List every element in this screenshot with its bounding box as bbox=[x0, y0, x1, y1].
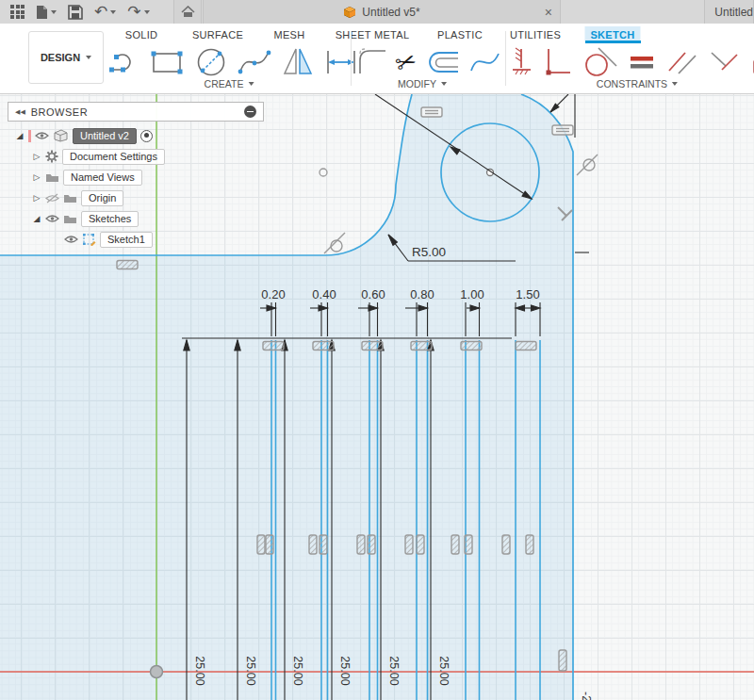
tab-utilities[interactable]: UTILITIES bbox=[504, 26, 566, 43]
browser-header[interactable]: ◀◀ BROWSER bbox=[8, 102, 264, 122]
chevron-down-icon bbox=[86, 56, 91, 59]
second-document-tab[interactable]: Untitled bbox=[704, 0, 754, 24]
height-dim-label[interactable]: 25.00 bbox=[338, 656, 352, 685]
browser-row-named-views[interactable]: ▷ Named Views bbox=[32, 169, 142, 186]
visibility-eye-icon[interactable] bbox=[45, 214, 59, 223]
constraint-lock-tool[interactable] bbox=[749, 43, 754, 81]
browser-row-sketch1[interactable]: Sketch1 bbox=[64, 231, 153, 248]
browser-row-document[interactable]: ◢ Untitled v2 bbox=[15, 127, 153, 144]
constraint-perpendicular-tool[interactable] bbox=[542, 43, 574, 81]
constraint-fix-tool[interactable] bbox=[510, 43, 534, 81]
height-dim-label[interactable]: 25.00 bbox=[437, 656, 451, 685]
expand-open-icon[interactable]: ◢ bbox=[32, 214, 41, 223]
constraint-angle-tool[interactable] bbox=[708, 43, 742, 81]
collinear-constraint-icon bbox=[411, 342, 432, 350]
workspace-selector[interactable]: DESIGN bbox=[28, 31, 104, 84]
document-settings-label[interactable]: Document Settings bbox=[62, 149, 165, 165]
constraint-equal-tool[interactable] bbox=[627, 43, 657, 81]
redo-icon: ↷ bbox=[127, 4, 140, 20]
browser-minimize-icon[interactable] bbox=[244, 106, 256, 118]
home-tab[interactable] bbox=[173, 0, 202, 24]
equal-constraint-icon bbox=[421, 107, 442, 117]
height-dim-label[interactable]: 25.00 bbox=[193, 656, 206, 685]
chevron-down-icon bbox=[144, 10, 150, 14]
tab-solid[interactable]: SOLID bbox=[120, 26, 164, 43]
collinear-constraint-icon bbox=[313, 342, 334, 350]
width-dim-label[interactable]: 1.50 bbox=[516, 287, 539, 301]
origin-label[interactable]: Origin bbox=[81, 190, 123, 206]
modify-offset-tool[interactable] bbox=[422, 43, 462, 81]
collinear-constraint-icon bbox=[263, 342, 284, 350]
expand-closed-icon[interactable]: ▷ bbox=[32, 152, 41, 161]
expand-closed-icon[interactable]: ▷ bbox=[32, 193, 41, 203]
visibility-eye-icon[interactable] bbox=[64, 235, 78, 244]
height-dim-label[interactable]: 25.00 bbox=[291, 656, 304, 685]
create-mirror-tool[interactable] bbox=[281, 43, 317, 81]
save-button[interactable] bbox=[65, 2, 86, 23]
document-label[interactable]: Untitled v2 bbox=[73, 128, 137, 144]
sketches-folder-label[interactable]: Sketches bbox=[81, 211, 139, 227]
app-grid-button[interactable] bbox=[8, 2, 27, 23]
browser-collapse-icon[interactable]: ◀◀ bbox=[15, 108, 25, 116]
browser-row-sketches[interactable]: ◢ Sketches bbox=[32, 210, 139, 227]
width-dim-label[interactable]: 1.00 bbox=[460, 287, 484, 301]
create-group-label[interactable]: CREATE bbox=[205, 78, 254, 90]
height-dim-label[interactable]: 25.00 bbox=[387, 656, 401, 685]
modify-curve-tool[interactable] bbox=[467, 43, 503, 81]
file-menu-button[interactable] bbox=[33, 2, 59, 23]
constraint-tangent-tool[interactable] bbox=[582, 43, 619, 81]
create-circle-tool[interactable] bbox=[192, 43, 230, 81]
create-dimension-tool[interactable] bbox=[323, 43, 359, 81]
undo-icon: ↶ bbox=[94, 4, 107, 20]
constraints-group bbox=[510, 43, 754, 81]
create-rectangle-tool[interactable] bbox=[150, 43, 186, 81]
width-dim-label[interactable]: 0.80 bbox=[410, 287, 434, 301]
home-icon bbox=[181, 6, 195, 18]
create-group bbox=[107, 43, 359, 81]
named-views-label[interactable]: Named Views bbox=[63, 170, 142, 186]
browser-row-origin[interactable]: ▷ Origin bbox=[32, 189, 123, 206]
create-spline-tool[interactable] bbox=[237, 43, 274, 81]
document-cube-icon bbox=[709, 6, 710, 19]
width-dim-label[interactable]: 0.60 bbox=[361, 287, 385, 301]
constraints-group-label[interactable]: CONSTRAINTS bbox=[597, 78, 678, 90]
create-line-tool[interactable] bbox=[107, 43, 143, 81]
partial-dim-label[interactable]: -25 bbox=[580, 692, 593, 700]
visibility-off-eye-icon[interactable] bbox=[45, 193, 59, 203]
active-document-tab[interactable]: Untitled v5* × bbox=[203, 0, 561, 24]
modify-group-label[interactable]: MODIFY bbox=[398, 78, 447, 90]
origin-point[interactable] bbox=[151, 666, 163, 678]
gear-icon bbox=[45, 150, 58, 163]
width-dim-label[interactable]: 0.20 bbox=[261, 287, 285, 301]
expand-closed-icon[interactable]: ▷ bbox=[32, 172, 41, 182]
corner-leader bbox=[550, 94, 568, 112]
sketch1-label[interactable]: Sketch1 bbox=[100, 232, 153, 248]
visibility-eye-icon[interactable] bbox=[35, 131, 49, 140]
folder-icon bbox=[63, 192, 77, 203]
chevron-down-icon bbox=[51, 10, 57, 14]
tangent-constraint-icon bbox=[324, 233, 345, 253]
undo-button[interactable]: ↶ bbox=[91, 2, 119, 23]
constraint-parallel-tool[interactable] bbox=[664, 43, 700, 81]
close-tab-icon[interactable]: × bbox=[545, 6, 552, 19]
width-dim-label[interactable]: 0.40 bbox=[312, 287, 336, 301]
active-document-radio[interactable] bbox=[140, 130, 153, 142]
chevron-down-icon bbox=[110, 10, 116, 14]
document-cube-icon bbox=[53, 129, 69, 142]
application-bar: ↶ ↷ Untitled v5* × Untitled bbox=[0, 0, 754, 24]
vertical-constraint-icon bbox=[559, 650, 566, 671]
modify-trim-tool[interactable]: ✂ bbox=[396, 43, 417, 81]
tab-sheet-metal[interactable]: SHEET METAL bbox=[330, 26, 416, 43]
modify-fillet-tool[interactable] bbox=[356, 43, 390, 81]
height-dim-label[interactable]: 25.00 bbox=[244, 656, 257, 685]
tab-surface[interactable]: SURFACE bbox=[187, 26, 249, 43]
browser-row-document-settings[interactable]: ▷ Document Settings bbox=[32, 148, 165, 165]
folder-icon bbox=[45, 171, 59, 183]
radius-dim-label[interactable]: R5.00 bbox=[412, 245, 446, 259]
save-icon bbox=[68, 5, 83, 20]
tab-plastic[interactable]: PLASTIC bbox=[432, 26, 488, 43]
redo-button[interactable]: ↷ bbox=[124, 2, 152, 23]
tab-mesh[interactable]: MESH bbox=[269, 26, 311, 43]
expand-open-icon[interactable]: ◢ bbox=[15, 131, 25, 140]
sketch-point[interactable] bbox=[320, 169, 327, 176]
